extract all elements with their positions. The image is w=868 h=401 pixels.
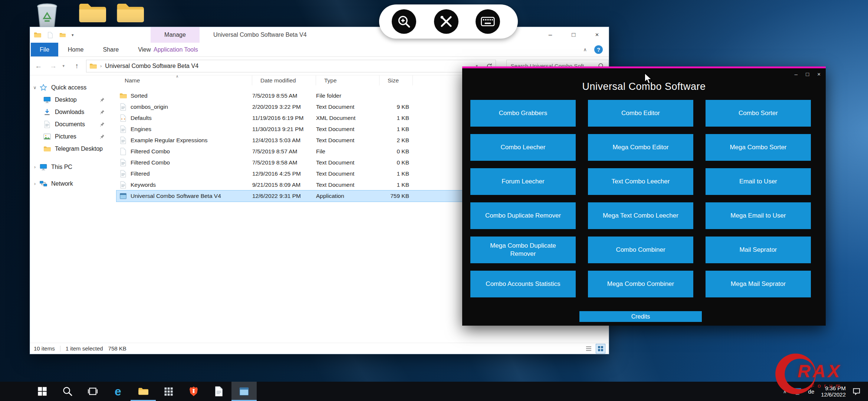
sidebar-item-downloads[interactable]: Downloads bbox=[30, 106, 114, 118]
minimize-button[interactable]: – bbox=[539, 27, 562, 43]
edge-button[interactable]: e bbox=[105, 382, 131, 401]
keyboard-icon bbox=[481, 14, 495, 29]
maximize-button[interactable]: □ bbox=[562, 27, 585, 43]
magnifier-plus-icon bbox=[397, 14, 411, 29]
desktop-folder-icon[interactable] bbox=[116, 1, 144, 26]
sidebar-item-quick-access[interactable]: ∨ Quick access bbox=[30, 81, 114, 94]
combo-editor-button[interactable]: Combo Editor bbox=[588, 100, 693, 127]
combo-grabbers-button[interactable]: Combo Grabbers bbox=[470, 100, 576, 127]
file-explorer-button[interactable] bbox=[131, 382, 156, 401]
expanded-chevron-icon[interactable]: ∨ bbox=[30, 85, 40, 90]
apps-grid-button[interactable] bbox=[156, 382, 181, 401]
qat-properties-icon[interactable] bbox=[47, 32, 53, 38]
up-button[interactable]: ↑ bbox=[71, 62, 82, 70]
file-type: Text Document bbox=[316, 126, 379, 133]
brave-icon bbox=[188, 386, 199, 397]
sidebar-item-telegram-desktop[interactable]: Telegram Desktop bbox=[30, 143, 114, 155]
qat-new-folder-icon[interactable] bbox=[59, 32, 66, 38]
contextual-group-manage[interactable]: Manage bbox=[151, 27, 200, 43]
action-center-icon[interactable] bbox=[852, 387, 861, 395]
collapsed-chevron-icon[interactable]: › bbox=[30, 164, 40, 170]
sidebar-item-desktop[interactable]: Desktop bbox=[30, 94, 114, 106]
sidebar-item-network[interactable]: › Network bbox=[30, 177, 114, 190]
close-button[interactable]: × bbox=[817, 71, 821, 77]
email-to-user-button[interactable]: Email to User bbox=[706, 168, 811, 195]
tab-file[interactable]: File bbox=[31, 43, 58, 56]
mega-mail-seprator-button[interactable]: Mega Mail Seprator bbox=[706, 271, 811, 297]
file-size: 759 KB bbox=[379, 193, 413, 199]
thumbnails-view-button[interactable] bbox=[596, 344, 605, 353]
combo-software-button[interactable] bbox=[231, 382, 257, 401]
tab-application-tools[interactable]: Application Tools bbox=[148, 43, 203, 56]
column-header-type[interactable]: Type bbox=[316, 75, 379, 85]
maximize-button[interactable]: □ bbox=[806, 71, 809, 77]
file-type: Text Document bbox=[316, 137, 379, 144]
file-date: 12/9/2016 4:25 PM bbox=[252, 170, 316, 177]
tools-button[interactable] bbox=[434, 9, 458, 34]
mega-email-to-user-button[interactable]: Mega Email to User bbox=[706, 202, 811, 229]
sidebar-item-this-pc[interactable]: › This PC bbox=[30, 161, 114, 173]
keyboard-button[interactable] bbox=[476, 9, 500, 34]
window-accent-strip bbox=[462, 66, 826, 68]
taskbar-search-button[interactable] bbox=[55, 382, 80, 401]
collapsed-chevron-icon[interactable]: › bbox=[30, 181, 40, 186]
forward-button[interactable]: → bbox=[48, 62, 59, 70]
tab-share[interactable]: Share bbox=[93, 43, 128, 56]
combo-sorter-button[interactable]: Combo Sorter bbox=[706, 100, 811, 127]
column-header-size[interactable]: Size bbox=[379, 75, 413, 85]
text-combo-leecher-button[interactable]: Text Combo Leecher bbox=[588, 168, 693, 195]
notepad-button[interactable] bbox=[206, 382, 231, 401]
brave-button[interactable] bbox=[181, 382, 206, 401]
file-size: 0 KB bbox=[379, 148, 413, 155]
mega-combo-combiner-button[interactable]: Mega Combo Combiner bbox=[588, 271, 693, 297]
zoom-button[interactable] bbox=[392, 9, 416, 34]
file-size: 0 KB bbox=[379, 159, 413, 166]
column-header-date-modified[interactable]: Date modified bbox=[252, 75, 316, 85]
display-network-icon[interactable] bbox=[793, 387, 802, 395]
pin-icon bbox=[99, 109, 105, 115]
address-box[interactable]: › Universal Combo Software Beta V4 ▾ bbox=[86, 60, 496, 72]
file-size: 2 KB bbox=[379, 137, 413, 144]
folder-icon bbox=[138, 386, 148, 397]
minimize-button[interactable]: – bbox=[795, 71, 798, 77]
sidebar-item-documents[interactable]: Documents bbox=[30, 118, 114, 130]
breadcrumb[interactable]: Universal Combo Software Beta V4 bbox=[105, 63, 198, 69]
sidebar-item-pictures[interactable]: Pictures bbox=[30, 130, 114, 143]
qat-customize-chevron-icon[interactable]: ▾ bbox=[72, 33, 74, 38]
combo-combiner-button[interactable]: Combo Combiner bbox=[588, 237, 693, 263]
mail-seprator-button[interactable]: Mail Seprator bbox=[706, 237, 811, 263]
history-chevron-icon[interactable]: ▾ bbox=[62, 63, 68, 68]
desktop-folder-icon[interactable] bbox=[78, 1, 106, 26]
credits-button[interactable]: Credits bbox=[579, 311, 702, 322]
help-icon[interactable]: ? bbox=[594, 45, 603, 54]
close-button[interactable]: × bbox=[585, 27, 609, 43]
column-header-name[interactable]: ∧ Name bbox=[116, 75, 252, 85]
tray-overflow-chevron-icon[interactable]: ∧ bbox=[783, 389, 787, 394]
mega-combo-sorter-button[interactable]: Mega Combo Sorter bbox=[706, 134, 811, 161]
clock-time: 9:36 PM bbox=[821, 385, 846, 391]
start-button[interactable] bbox=[30, 382, 55, 401]
mega-combo-duplicate-remover-button[interactable]: Mega Combo Duplicate Remover bbox=[470, 237, 576, 263]
mega-combo-editor-button[interactable]: Mega Combo Editor bbox=[588, 134, 693, 161]
combo-accounts-statistics-button[interactable]: Combo Accounts Statistics bbox=[470, 271, 576, 297]
mega-text-combo-leecher-button[interactable]: Mega Text Combo Leecher bbox=[588, 202, 693, 229]
details-view-button[interactable] bbox=[584, 344, 593, 353]
remote-overlay-toolbar bbox=[379, 4, 518, 39]
taskbar: e ∧ de 9:36 PM 12/6/2022 bbox=[0, 382, 868, 401]
combo-duplicate-remover-button[interactable]: Combo Duplicate Remover bbox=[470, 202, 576, 229]
language-indicator[interactable]: de bbox=[808, 388, 815, 395]
explorer-window-icon bbox=[34, 31, 41, 39]
back-button[interactable]: ← bbox=[33, 62, 44, 70]
combo-leecher-button[interactable]: Combo Leecher bbox=[470, 134, 576, 161]
status-bar: 10 items 1 item selected 758 KB bbox=[30, 343, 609, 354]
file-name: Filtered Combo bbox=[131, 159, 170, 166]
file-size: 9 KB bbox=[379, 104, 413, 110]
collapse-ribbon-chevron-icon[interactable]: ∧ bbox=[583, 47, 587, 52]
apps-grid-icon bbox=[163, 386, 174, 397]
file-date: 2/20/2019 3:22 PM bbox=[252, 104, 316, 110]
task-view-button[interactable] bbox=[80, 382, 105, 401]
tab-home[interactable]: Home bbox=[58, 43, 93, 56]
forum-leecher-button[interactable]: Forum Leecher bbox=[470, 168, 576, 195]
taskbar-clock[interactable]: 9:36 PM 12/6/2022 bbox=[821, 385, 846, 398]
sort-ascending-icon: ∧ bbox=[176, 74, 178, 78]
